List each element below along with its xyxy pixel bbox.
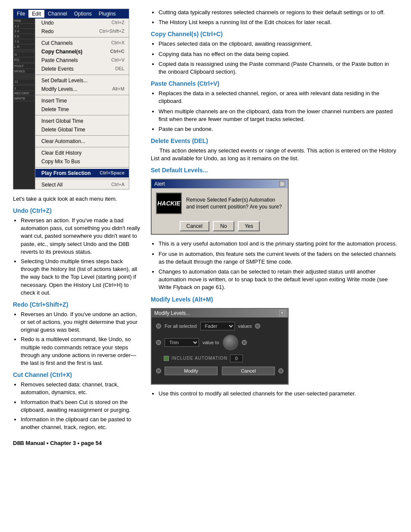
values-label: values	[238, 324, 252, 329]
value-knob[interactable]	[223, 335, 238, 350]
zero-value: 0	[230, 355, 243, 362]
modify-close-button[interactable]: ×	[279, 310, 285, 316]
modify-levels-heading: Modify Levels (Alt+M)	[151, 296, 398, 303]
modify-indicator-2	[255, 324, 260, 329]
menu-sep-8	[35, 179, 129, 179]
modify-row-1: For all selected Fader values	[156, 322, 283, 330]
modify-titlebar: Modify Levels... ×	[152, 309, 288, 317]
alert-dialog: Alert × HACKIE Remove Selected Fader(s) …	[151, 179, 289, 235]
list-item: When multiple channels are on the clipbo…	[159, 108, 398, 123]
intro-text: Let's take a quick look at each menu ite…	[13, 196, 142, 202]
modify-row-2: Trim value to	[156, 335, 283, 350]
alert-no-button[interactable]: No	[213, 221, 234, 231]
menu-item-clear-automation[interactable]: Clear Automation...	[35, 137, 129, 146]
mixer-panel: PRE 1 2 3 4 5 6 7 8 L R G EQ POST MIXES	[13, 19, 35, 189]
mixer-row-4: 7 8	[13, 39, 35, 44]
menu-item-insert-time[interactable]: Insert Time	[35, 96, 129, 105]
copy-channels-bullets: Places selected data on the clipboard, a…	[159, 40, 398, 76]
menu-item-set-default[interactable]: Set Default Levels...	[35, 76, 129, 85]
edit-menu-dropdown: Undo Ctrl+Z Redo Ctrl+Shift+Z Cut Channe…	[35, 19, 129, 189]
trim-select[interactable]: Trim	[165, 338, 199, 347]
mixer-row-3: 5 6	[13, 34, 35, 39]
list-item: Information in the clipboard can be past…	[21, 416, 142, 431]
menu-item-paste-channels[interactable]: Paste Channels Ctrl+V	[35, 56, 129, 65]
list-item: Copied data is reassigned using the Past…	[159, 60, 398, 76]
list-item: Changes to automation data can be select…	[159, 268, 398, 292]
list-item: Copying data has no effect on the data b…	[159, 50, 398, 58]
list-item: Cutting data typically restores selected…	[159, 9, 398, 16]
undo-heading: Undo (Ctrl+Z)	[13, 207, 142, 214]
menu-item-copy-mix-to-bus[interactable]: Copy Mix To Bus	[35, 157, 129, 166]
menu-options[interactable]: Options	[71, 10, 95, 18]
include-automation-checkbox[interactable]	[164, 356, 169, 361]
menu-item-insert-global-time[interactable]: Insert Global Time	[35, 117, 129, 125]
list-item: Selecting Undo multiple times steps back…	[21, 258, 142, 297]
include-automation-label: INCLUDE AUTOMATION	[171, 356, 227, 361]
list-item: This is a very useful automation tool an…	[159, 240, 398, 248]
alert-yes-button[interactable]: Yes	[238, 221, 260, 231]
fader-select[interactable]: Fader	[200, 322, 235, 330]
paste-channels-heading: Paste Channels (Ctrl+V)	[151, 80, 398, 87]
modify-title: Modify Levels...	[154, 310, 190, 316]
cut-bullets: Removes selected data: channel, track, a…	[21, 381, 142, 431]
menu-item-cut-channels[interactable]: Cut Channels Ctrl+X	[35, 39, 129, 47]
menu-item-redo[interactable]: Redo Ctrl+Shift+Z	[35, 27, 129, 36]
right-top-bullets: Cutting data typically restores selected…	[159, 9, 398, 26]
menu-item-play-from-selection[interactable]: Play From Selection Ctrl+Space	[35, 169, 129, 177]
modify-levels-bullets: Use this control to modify all selected …	[159, 390, 398, 398]
menu-item-modify-levels[interactable]: Modify Levels... Alt+M	[35, 85, 129, 93]
modify-indicator-4	[242, 340, 247, 345]
mixer-row-2: 3 4	[13, 29, 35, 34]
menu-item-delete-time[interactable]: Delete Time	[35, 105, 129, 114]
delete-events-para: This action deletes any selected events …	[151, 147, 398, 162]
menu-plugins[interactable]: Plugins	[95, 10, 119, 18]
menu-item-undo[interactable]: Undo Ctrl+Z	[35, 19, 129, 27]
menu-sep-4	[35, 115, 129, 115]
modify-indicator-5	[156, 368, 161, 373]
list-item: Removes selected data: channel, track, a…	[21, 381, 142, 396]
list-item: Replaces the data in a selected channel,…	[159, 90, 398, 105]
modify-button[interactable]: Modify	[165, 367, 218, 375]
page-footer: D8B Manual • Chapter 3 • page 54	[13, 440, 142, 446]
value-to-label: value to	[202, 340, 219, 345]
menu-sep-5	[35, 135, 129, 136]
modify-indicator-3	[156, 340, 161, 345]
mixer-row-1: 1 2	[13, 24, 35, 29]
copy-channels-heading: Copy Channel(s) (Ctrl+C)	[151, 31, 398, 37]
alert-close-button[interactable]: ×	[279, 181, 285, 187]
menu-sep-2	[35, 75, 129, 75]
menu-edit[interactable]: Edit	[28, 10, 44, 18]
alert-body: HACKIE Remove Selected Fader(s) Automati…	[152, 188, 288, 218]
alert-titlebar: Alert ×	[152, 180, 288, 188]
menu-item-copy-channels[interactable]: Copy Channel(s) Ctrl+C	[35, 47, 129, 56]
menu-item-select-all[interactable]: Select All Ctrl+A	[35, 180, 129, 189]
mixer-row-lr: L R	[13, 44, 35, 50]
list-item: Reverses an action. If you've made a bad…	[21, 217, 142, 256]
set-default-bullets: This is a very useful automation tool an…	[159, 240, 398, 291]
redo-bullets: Reverses an Undo. If you've undone an ac…	[21, 311, 142, 367]
modify-cancel-button[interactable]: Cancel	[222, 367, 275, 375]
menu-channel[interactable]: Channel	[44, 10, 71, 18]
list-item: Use this control to modify all selected …	[159, 390, 398, 398]
list-item: Redo is a multilevel command, like Undo,…	[21, 336, 142, 367]
alert-cancel-button[interactable]: Cancel	[180, 221, 209, 231]
modify-btn-row: Modify Cancel	[156, 367, 283, 375]
menu-sep-7	[35, 167, 129, 168]
modify-indicator-1	[156, 324, 161, 329]
modify-checkbox-row: INCLUDE AUTOMATION 0	[156, 355, 283, 362]
mixer-row-pre: PRE	[13, 19, 35, 24]
menu-item-clear-edit-history[interactable]: Clear Edit History	[35, 149, 129, 157]
left-column: File Edit Channel Options Plugins PRE 1 …	[13, 9, 142, 446]
alert-title: Alert	[154, 181, 165, 187]
list-item: Places selected data on the clipboard, a…	[159, 40, 398, 48]
list-item: The History List keeps a running list of…	[159, 19, 398, 26]
for-all-selected-label: For all selected	[165, 324, 197, 329]
menu-item-delete-global-time[interactable]: Delete Global Time	[35, 125, 129, 134]
menu-file[interactable]: File	[13, 10, 28, 18]
menu-sep-3	[35, 95, 129, 95]
menu-item-delete-events[interactable]: Delete Events DEL	[35, 65, 129, 73]
cut-heading: Cut Channel (Ctrl+X)	[13, 371, 142, 378]
undo-bullets: Reverses an action. If you've made a bad…	[21, 217, 142, 297]
alert-message: Remove Selected Fader(s) Automation and …	[186, 196, 283, 211]
menu-screenshot: File Edit Channel Options Plugins PRE 1 …	[13, 9, 129, 190]
